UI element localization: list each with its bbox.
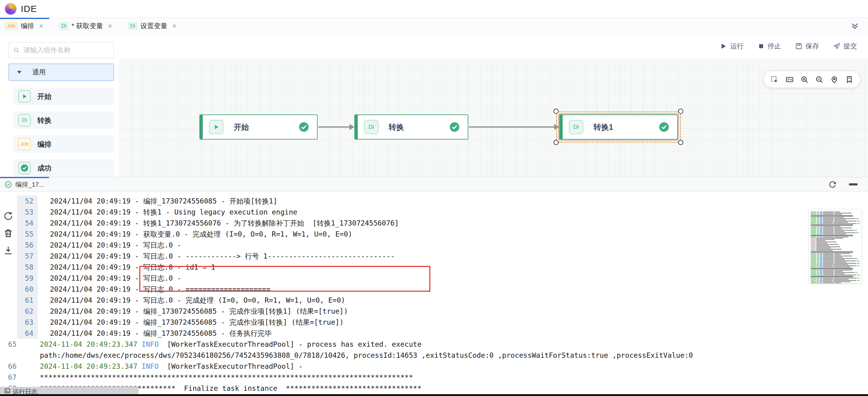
app-title: IDE bbox=[21, 4, 37, 14]
minimap-row bbox=[811, 262, 860, 263]
node-success-icon bbox=[299, 122, 309, 132]
node-label: 开始 bbox=[234, 122, 249, 132]
submit-button[interactable]: 提交 bbox=[833, 42, 857, 51]
minimap-row bbox=[811, 218, 860, 219]
stop-button[interactable]: 停止 bbox=[758, 42, 781, 51]
component-group-general[interactable]: 通用 bbox=[8, 64, 114, 81]
flow-edge-2 bbox=[469, 126, 555, 128]
log-clear-button[interactable] bbox=[3, 228, 13, 238]
node-label: 转换 bbox=[389, 122, 404, 132]
caret-down-icon bbox=[17, 70, 22, 74]
minimap-row bbox=[811, 264, 860, 265]
minimap-row bbox=[811, 221, 860, 222]
log-gutter-toolbar bbox=[3, 211, 13, 256]
log-line: 542024/11/04 20:49:19 - 转换1_173072455607… bbox=[0, 218, 868, 229]
log-line: 582024/11/04 20:49:19 - 写日志.0 - id1 = 1 bbox=[0, 262, 868, 273]
minimap-row bbox=[811, 273, 860, 274]
bookmark-icon[interactable] bbox=[845, 75, 854, 84]
minimap-row bbox=[811, 280, 860, 281]
log-tab-title: 编排_17... bbox=[15, 180, 44, 189]
selection-handle-1[interactable] bbox=[678, 109, 683, 114]
save-icon bbox=[795, 42, 802, 50]
minimap-row bbox=[811, 260, 860, 261]
sync-icon[interactable] bbox=[828, 180, 837, 189]
minimap-row bbox=[811, 211, 860, 212]
fit-view-icon[interactable] bbox=[785, 75, 794, 84]
log-line-number: 63 bbox=[17, 317, 38, 328]
flow-node-transform[interactable]: Di转换 bbox=[354, 114, 468, 139]
play-icon bbox=[19, 90, 31, 102]
sidebar-item-transform[interactable]: Di转换 bbox=[13, 111, 114, 129]
tab-1[interactable]: Job编排× bbox=[0, 18, 49, 34]
log-minimap[interactable] bbox=[809, 210, 861, 283]
flow-canvas[interactable]: 运行停止保存提交 开始Di转换Di转换1 bbox=[119, 34, 868, 177]
log-line-number: 65 bbox=[0, 339, 21, 350]
log-line-number: 64 bbox=[17, 328, 38, 339]
log-line-text: 2024/11/04 20:49:19 - 写日志.0 - bbox=[38, 240, 181, 251]
minimap-row bbox=[811, 250, 860, 251]
minimap-row bbox=[811, 257, 860, 258]
tab-3[interactable]: Di设置变量× bbox=[123, 18, 183, 34]
minimap-row bbox=[811, 213, 860, 213]
log-line: 662024-11-04 20:49:23.347 INFO [WorkerTa… bbox=[0, 361, 868, 372]
minimap-row bbox=[811, 274, 860, 275]
log-line: 552024/11/04 20:49:19 - 获取变量.0 - 完成处理 (I… bbox=[0, 229, 868, 240]
component-search-input[interactable] bbox=[23, 46, 109, 54]
check-circle-icon bbox=[19, 162, 31, 174]
component-search-box bbox=[8, 42, 114, 58]
minimap-row bbox=[811, 215, 860, 217]
log-line-number: 57 bbox=[17, 251, 38, 262]
minimap-row bbox=[811, 237, 860, 237]
node-success-icon bbox=[659, 122, 669, 132]
stop-icon bbox=[758, 43, 765, 50]
tab-close-icon[interactable]: × bbox=[39, 22, 43, 30]
log-line-number: 59 bbox=[17, 273, 38, 284]
tab-bar: Job编排×Di* 获取变量×Di设置变量× bbox=[0, 18, 868, 34]
log-line: 632024/11/04 20:49:19 - 编排_1730724556085… bbox=[0, 317, 868, 328]
bottom-tab-runlog[interactable]: 运行日志 bbox=[0, 387, 138, 394]
minimap-row bbox=[811, 253, 860, 254]
minimize-panel-button[interactable] bbox=[849, 183, 858, 186]
save-button[interactable]: 保存 bbox=[795, 42, 819, 51]
tab-2[interactable]: Di* 获取变量× bbox=[54, 18, 118, 34]
log-refresh-button[interactable] bbox=[3, 211, 13, 221]
tabs-overflow-button[interactable] bbox=[850, 18, 860, 34]
minimap-row bbox=[811, 268, 860, 269]
log-line: 652024-11-04 20:49:23.347 INFO [WorkerTa… bbox=[0, 339, 868, 361]
terminal-icon bbox=[4, 388, 10, 394]
log-line: 602024/11/04 20:49:19 - 写日志.0 - ========… bbox=[0, 284, 868, 295]
tab-close-icon[interactable]: × bbox=[108, 22, 112, 30]
selection-handle-2[interactable] bbox=[553, 140, 559, 145]
sidebar-item-success[interactable]: 成功 bbox=[13, 159, 114, 177]
sidebar-item-job[interactable]: Job编排 bbox=[13, 135, 114, 153]
selection-handle-3[interactable] bbox=[678, 140, 683, 145]
log-line-text: 2024-11-04 20:49:23.347 INFO [WorkerTask… bbox=[21, 361, 307, 372]
log-line-text: 2024/11/04 20:49:19 - 编排_1730724556085 -… bbox=[38, 328, 272, 339]
minimap-row bbox=[811, 235, 860, 236]
minimap-row bbox=[811, 256, 860, 257]
log-line-text: 2024/11/04 20:49:19 - 写日志.0 - 完成处理 (I=0,… bbox=[38, 295, 345, 306]
chevron-double-down-icon bbox=[850, 22, 860, 31]
minimap-row bbox=[811, 244, 860, 245]
tab-close-icon[interactable]: × bbox=[172, 22, 177, 30]
sidebar-item-label: 开始 bbox=[37, 92, 52, 101]
log-tab[interactable]: 编排_17... bbox=[0, 177, 49, 192]
action-label: 运行 bbox=[730, 42, 744, 51]
log-line-text: 2024/11/04 20:49:19 - 编排_1730724556085 -… bbox=[38, 306, 348, 317]
zoom-out-icon[interactable] bbox=[815, 75, 824, 84]
app-logo-icon bbox=[5, 3, 17, 15]
marquee-select-icon[interactable] bbox=[770, 75, 779, 84]
run-button[interactable]: 运行 bbox=[720, 42, 744, 51]
minimap-row bbox=[811, 265, 860, 266]
minimap-row bbox=[811, 243, 860, 243]
log-download-button[interactable] bbox=[3, 245, 13, 256]
log-panel-header: 编排_17... bbox=[0, 177, 868, 192]
sidebar-item-start[interactable]: 开始 bbox=[13, 88, 114, 105]
flow-node-start[interactable]: 开始 bbox=[199, 114, 318, 139]
selection-handle-0[interactable] bbox=[553, 109, 559, 114]
log-header-controls bbox=[828, 180, 858, 189]
minimap-row bbox=[811, 272, 860, 273]
flow-node-transform1[interactable]: Di转换1 bbox=[559, 114, 678, 139]
locate-icon[interactable] bbox=[830, 75, 839, 84]
zoom-in-icon[interactable] bbox=[800, 75, 809, 84]
